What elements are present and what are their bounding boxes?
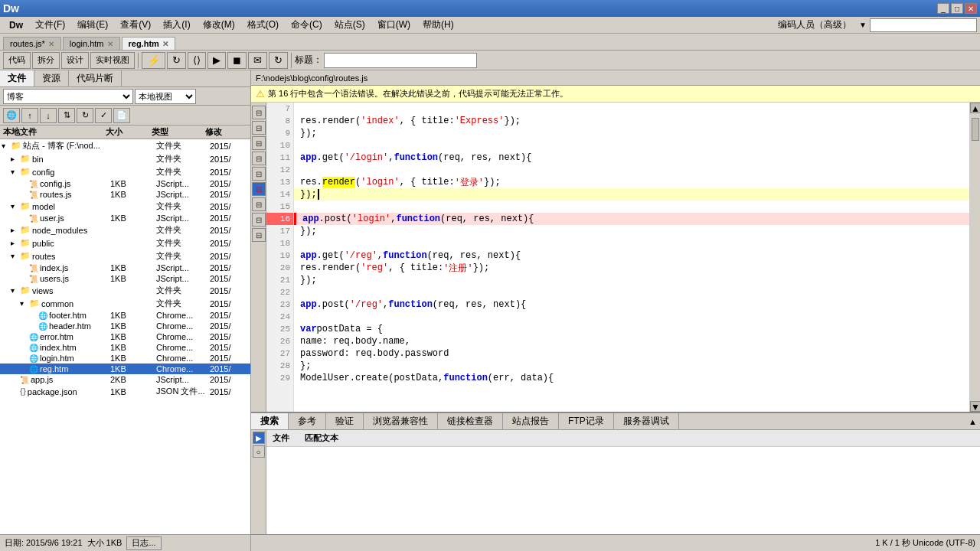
panel-tab-files[interactable]: 文件: [0, 70, 34, 86]
menu-file[interactable]: 文件(F): [29, 17, 71, 33]
bottom-tab-server-debug[interactable]: 服务器调试: [614, 413, 679, 429]
menu-command[interactable]: 命令(C): [285, 17, 328, 33]
tab-login-htm[interactable]: login.htm ✕: [63, 37, 120, 50]
toolbar-new-file-btn[interactable]: 📄: [113, 108, 130, 123]
scroll-down-btn[interactable]: ▼: [970, 401, 980, 412]
fold9-icon[interactable]: ⊟: [252, 228, 266, 242]
code-line[interactable]: app.post('login', function (req, res, ne…: [294, 213, 969, 225]
tree-row[interactable]: ▸📁bin文件夹2015/: [0, 152, 250, 165]
minimize-button[interactable]: _: [937, 3, 949, 14]
code-line[interactable]: });: [294, 188, 969, 201]
fold3-icon[interactable]: ⊟: [252, 136, 266, 150]
toolbar-liveview-btn[interactable]: 实时视图: [90, 52, 135, 69]
menu-window[interactable]: 窗口(W): [371, 17, 416, 33]
bottom-panel-collapse[interactable]: ▲: [965, 416, 980, 428]
panel-tab-assets[interactable]: 资源: [34, 70, 69, 86]
menu-modify[interactable]: 修改(M): [197, 17, 241, 33]
code-line[interactable]: app.get('/reg', function (req, res, next…: [294, 249, 969, 262]
fold-icon[interactable]: ⊟: [252, 106, 266, 119]
toolbar-download-btn[interactable]: ↓: [40, 108, 57, 123]
toolbar-split-btn[interactable]: 拆分: [32, 52, 60, 69]
tree-row[interactable]: 🌐reg.htm1KBChrome...2015/: [0, 364, 250, 374]
tree-row[interactable]: ▸📁node_modules文件夹2015/: [0, 223, 250, 236]
toolbar-code-btn[interactable]: 代码: [3, 52, 31, 69]
toolbar-sync-btn[interactable]: ⇅: [58, 108, 75, 123]
toolbar-icon3[interactable]: ↻: [269, 52, 288, 69]
toolbar-refresh-btn[interactable]: ↻: [167, 52, 186, 69]
menu-view[interactable]: 查看(V): [114, 17, 157, 33]
toolbar-icon1[interactable]: ⚡: [142, 52, 165, 69]
tab-close-login[interactable]: ✕: [107, 40, 113, 48]
site-select[interactable]: 博客: [3, 89, 133, 104]
tree-row[interactable]: 📜users.js1KBJScript...2015/: [0, 273, 250, 284]
code-line[interactable]: [294, 311, 969, 323]
tree-row[interactable]: ▾📁model文件夹2015/: [0, 200, 250, 213]
tree-row[interactable]: 📜user.js1KBJScript...2015/: [0, 213, 250, 223]
bottom-tab-validate[interactable]: 验证: [326, 413, 364, 429]
toolbar-run-btn[interactable]: ▶: [207, 52, 226, 69]
scroll-thumb[interactable]: [972, 118, 979, 141]
tree-row[interactable]: 🌐error.htm1KBChrome...2015/: [0, 331, 250, 342]
close-button[interactable]: ✕: [965, 3, 977, 14]
tree-row[interactable]: 📜app.js2KBJScript...2015/: [0, 374, 250, 385]
code-line[interactable]: [294, 164, 969, 176]
toolbar-connect-btn[interactable]: ✓: [95, 108, 112, 123]
toolbar-refresh-tree-btn[interactable]: ↻: [77, 108, 93, 123]
log-button[interactable]: 日志...: [126, 536, 161, 550]
menu-dw[interactable]: Dw: [3, 18, 29, 32]
search-input[interactable]: [870, 18, 977, 32]
tab-close-reg[interactable]: ✕: [162, 40, 168, 48]
tree-row[interactable]: ▾📁站点 - 博客 (F:\nod...文件夹2015/: [0, 139, 250, 152]
tree-row[interactable]: 📜config.js1KBJScript...2015/: [0, 178, 250, 189]
code-line[interactable]: [294, 286, 969, 298]
tree-row[interactable]: 📜index.js1KBJScript...2015/: [0, 262, 250, 273]
tree-row[interactable]: ▸📁public文件夹2015/: [0, 236, 250, 249]
tree-row[interactable]: 🌐index.htm1KBChrome...2015/: [0, 342, 250, 353]
tree-row[interactable]: 📜routes.js1KBJScript...2015/: [0, 189, 250, 200]
menu-site[interactable]: 站点(S): [328, 17, 371, 33]
tab-routes-js[interactable]: routes.js* ✕: [3, 37, 61, 50]
maximize-button[interactable]: □: [951, 3, 963, 14]
menu-insert[interactable]: 插入(I): [157, 17, 196, 33]
scroll-up-btn[interactable]: ▲: [970, 103, 980, 113]
view-select[interactable]: 本地视图: [135, 89, 196, 104]
tree-row[interactable]: 🌐login.htm1KBChrome...2015/: [0, 353, 250, 364]
run-search-btn[interactable]: ▶: [253, 432, 265, 444]
tree-row[interactable]: 🌐footer.htm1KBChrome...2015/: [0, 310, 250, 321]
code-line[interactable]: app.post('/reg', function (req, res, nex…: [294, 298, 969, 311]
toolbar-stop-btn[interactable]: ◼: [227, 52, 247, 69]
code-line[interactable]: };: [294, 360, 969, 372]
code-content[interactable]: res.render('index', { title: 'Express' }…: [294, 103, 969, 412]
tree-row[interactable]: 🌐header.htm1KBChrome...2015/: [0, 321, 250, 331]
menu-help[interactable]: 帮助(H): [416, 17, 460, 33]
tab-close-routes[interactable]: ✕: [48, 40, 54, 48]
fold6-icon[interactable]: ⊟: [252, 182, 266, 196]
fold2-icon[interactable]: ⊟: [252, 121, 266, 135]
code-line[interactable]: [294, 201, 969, 213]
tree-row[interactable]: ▾📁routes文件夹2015/: [0, 249, 250, 262]
tree-row[interactable]: {}package.json1KBJSON 文件...2015/: [0, 385, 250, 398]
code-line[interactable]: });: [294, 127, 969, 139]
panel-tab-snippets[interactable]: 代码片断: [69, 70, 122, 86]
code-line[interactable]: [294, 139, 969, 152]
tree-row[interactable]: ▾📁common文件夹2015/: [0, 297, 250, 310]
menu-edit[interactable]: 编辑(E): [71, 17, 114, 33]
toolbar-nav-back[interactable]: ⟨⟩: [188, 52, 206, 69]
code-line[interactable]: app.get('/login', function (req, res, ne…: [294, 152, 969, 164]
code-line[interactable]: res.render('login', { title: '登录' });: [294, 176, 969, 188]
title-input[interactable]: [324, 53, 477, 68]
code-line[interactable]: name: req.body.name,: [294, 335, 969, 347]
clear-search-btn[interactable]: ○: [253, 445, 265, 458]
menu-format[interactable]: 格式(O): [241, 17, 285, 33]
toolbar-site-btn[interactable]: 🌐: [3, 108, 20, 123]
toolbar-upload-btn[interactable]: ↑: [21, 108, 38, 123]
toolbar-design-btn[interactable]: 设计: [61, 52, 89, 69]
bottom-tab-link-checker[interactable]: 链接检查器: [438, 413, 503, 429]
fold8-icon[interactable]: ⊟: [252, 213, 266, 227]
code-line[interactable]: res.render('reg', { title: '注册' });: [294, 262, 969, 274]
toolbar-icon2[interactable]: ✉: [248, 52, 267, 69]
bottom-tab-ref[interactable]: 参考: [289, 413, 326, 429]
code-line[interactable]: });: [294, 274, 969, 286]
bottom-tab-browser-compat[interactable]: 浏览器兼容性: [364, 413, 438, 429]
fold4-icon[interactable]: ⊟: [252, 152, 266, 165]
